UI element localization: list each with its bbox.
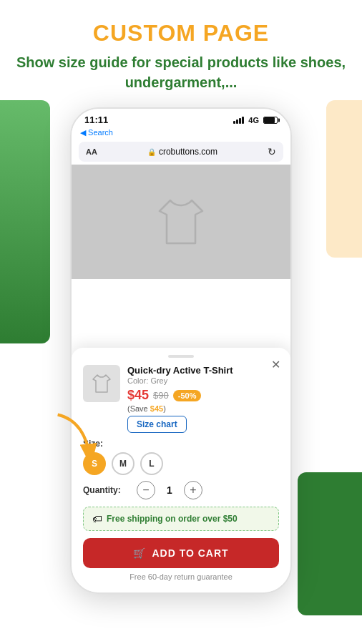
save-amount: $45 (150, 404, 163, 413)
back-button[interactable]: ◀ Search (80, 128, 113, 137)
page-subtitle: Show size guide for special products lik… (14, 52, 348, 92)
save-prefix: (Save (127, 404, 150, 413)
refresh-icon[interactable]: ↻ (268, 146, 276, 157)
browser-bar: AA 🔒 crobuttons.com ↻ (79, 142, 283, 162)
save-suffix: ) (163, 404, 166, 413)
size-options: S M L (83, 452, 279, 475)
size-option-m[interactable]: M (112, 452, 134, 475)
search-bar: ◀ Search (72, 128, 290, 142)
shipping-banner: 🏷 Free shipping on order over $50 (83, 507, 279, 531)
product-image-area (72, 165, 290, 279)
add-to-cart-button[interactable]: 🛒 ADD TO CART (83, 538, 279, 568)
battery-icon (263, 117, 278, 124)
size-option-l[interactable]: L (140, 452, 163, 475)
status-bar: 11:11 4G (72, 109, 290, 128)
price-original: $90 (153, 390, 169, 401)
bg-decoration-right-bottom (298, 472, 362, 615)
size-label: Size: (83, 439, 279, 449)
bg-decoration-right-top (326, 100, 362, 258)
sheet-handle (168, 355, 194, 358)
quantity-minus-button[interactable]: − (137, 481, 155, 499)
browser-url-text: crobuttons.com (159, 147, 217, 157)
quantity-label: Quantity: (83, 485, 129, 495)
product-row: Quick-dry Active T-Shirt Color: Grey $45… (83, 365, 279, 433)
network-label: 4G (248, 116, 259, 125)
status-icons: 4G (233, 116, 278, 125)
tshirt-image (149, 190, 213, 254)
return-guarantee-text: Free 60-day return guarantee (83, 572, 279, 581)
bottom-sheet: ✕ Quick-dry Active T-Shirt Color: Grey $… (72, 348, 290, 592)
price-row: $45 $90 -50% (127, 388, 279, 403)
lock-icon: 🔒 (147, 148, 156, 156)
quantity-row: Quantity: − 1 + (83, 481, 279, 499)
thumb-tshirt-icon (89, 371, 114, 396)
price-sale: $45 (127, 388, 149, 403)
bg-decoration-left (0, 100, 50, 343)
tag-icon: 🏷 (92, 513, 102, 525)
size-chart-button[interactable]: Size chart (127, 416, 187, 433)
save-text: (Save $45) (127, 404, 279, 413)
signal-bars-icon (233, 116, 244, 124)
browser-url-row: 🔒 crobuttons.com (147, 147, 217, 157)
phone-mockup: 11:11 4G ◀ Search AA 🔒 crobuttons.com ↻ (70, 107, 292, 594)
product-color: Color: Grey (127, 376, 279, 385)
product-thumbnail (83, 365, 120, 402)
page-header: CUSTOM PAGE Show size guide for special … (0, 0, 362, 99)
discount-badge: -50% (173, 390, 202, 401)
arrow-icon (36, 406, 114, 475)
quantity-value: 1 (162, 484, 177, 496)
quantity-plus-button[interactable]: + (184, 481, 202, 499)
arrow-indicator (43, 415, 107, 468)
page-title: CUSTOM PAGE (14, 20, 348, 47)
cart-icon: 🛒 (133, 547, 146, 559)
shipping-text: Free shipping on order over $50 (107, 514, 238, 524)
add-to-cart-label: ADD TO CART (152, 547, 228, 559)
product-info: Quick-dry Active T-Shirt Color: Grey $45… (127, 365, 279, 433)
browser-aa[interactable]: AA (86, 147, 97, 156)
product-name: Quick-dry Active T-Shirt (127, 365, 279, 376)
close-button[interactable]: ✕ (271, 358, 280, 371)
status-time: 11:11 (84, 114, 108, 125)
